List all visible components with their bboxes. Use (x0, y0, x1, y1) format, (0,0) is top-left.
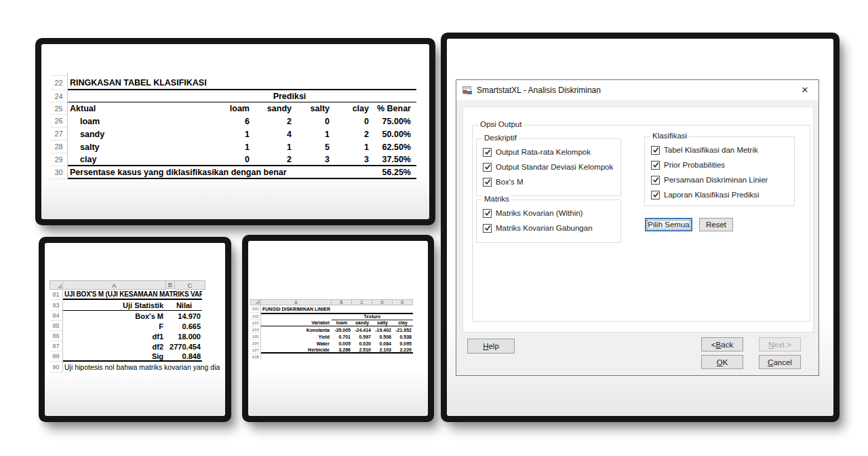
cell-label: Herbicide (261, 347, 332, 352)
row-number: 104 (250, 326, 261, 333)
dialog-content: Opsi Output Deskriptif Output Rata-rata … (462, 107, 814, 332)
cell-value: 0 (330, 117, 369, 126)
table-row: 107 Herbicide 3.286 2.510 2.103 2.220 (250, 347, 417, 354)
cell-value: 3 (330, 155, 369, 164)
table-title: FUNGSI DISKRIMINAN LINIER (261, 307, 413, 311)
checkbox-label: Prior Probabilities (664, 161, 725, 169)
select-all-corner (250, 299, 261, 305)
table-row: 102 Texture (250, 313, 417, 320)
cell-value: 2.510 (352, 347, 372, 352)
checkbox-label: Output Standar Deviasi Kelompok (496, 163, 613, 171)
cell-value: 5 (292, 142, 330, 152)
group-label: Matriks (482, 195, 511, 203)
checkbox-checked-icon[interactable] (651, 146, 660, 155)
table-row: 24 Prediksi (50, 90, 416, 102)
next-button[interactable]: Next > (759, 337, 801, 352)
row-number: 102 (250, 313, 261, 320)
cell-label: F (63, 322, 166, 330)
cell-label: salty (68, 142, 210, 152)
column-header: salty (372, 320, 393, 325)
select-all-button[interactable]: Pilih Semua (645, 218, 692, 231)
checkbox-boxs-m[interactable]: Box's M (483, 177, 620, 187)
cell-value: 6 (210, 117, 250, 126)
column-letter: B (166, 280, 175, 289)
checkbox-laporan-klasifikasi[interactable]: Laporan Klasifikasi Prediksi (651, 190, 794, 200)
cell-value: 0.848 (166, 352, 202, 360)
checkbox-tabel-klasifikasi[interactable]: Tabel Klasifikasi dan Metrik (651, 145, 794, 155)
cell-value: 0 (292, 117, 330, 126)
checkbox-checked-icon[interactable] (483, 224, 492, 233)
checkbox-output-standar-deviasi[interactable]: Output Standar Deviasi Kelompok (483, 162, 620, 172)
cell-value: -24.414 (352, 328, 372, 332)
ok-button[interactable]: OK (701, 355, 743, 369)
checkbox-checked-icon[interactable] (483, 209, 492, 218)
checkbox-matriks-kovarian-gabungan[interactable]: Matriks Kovarian Gabungan (483, 223, 620, 233)
column-header: sandy (352, 320, 372, 325)
group-label: Klasifikasi (650, 132, 689, 140)
group-label: Deskriptif (482, 134, 519, 142)
column-group-header: Prediksi (210, 92, 369, 101)
cell-value: 50.00% (369, 130, 411, 139)
table-row: 106 Water 0.005 0.020 0.084 0.095 (250, 340, 417, 347)
cell-value: 1 (210, 142, 250, 152)
row-number: 108 (250, 354, 261, 360)
cell-label: Water (261, 341, 332, 346)
cell-value: 0.597 (352, 335, 372, 339)
checkbox-checked-icon[interactable] (483, 148, 492, 157)
checkbox-persamaan-diskriminan[interactable]: Persamaan Diskriminan Linier (651, 175, 794, 185)
cell-value: 0 (210, 155, 250, 164)
column-header: clay (393, 320, 413, 325)
checkbox-checked-icon[interactable] (483, 163, 492, 172)
table-title: UJI BOX'S M (UJI KESAMAAN MATRIKS VARIAN… (63, 290, 202, 298)
checkbox-checked-icon[interactable] (651, 161, 660, 170)
checkbox-checked-icon[interactable] (651, 191, 660, 200)
table-total-row: 30 Persentase kasus yang diklasifikasika… (50, 166, 416, 179)
checkbox-prior-probabilities[interactable]: Prior Probabilities (651, 160, 794, 170)
table-row: 26 loam 6 2 0 0 75.00% (50, 115, 416, 128)
checkbox-label: Matriks Kovarian (Within) (496, 209, 583, 217)
reset-button[interactable]: Reset (699, 218, 733, 231)
table-row: 88 Sig 0.848 (50, 352, 224, 362)
cell-value: 2.103 (372, 347, 393, 352)
cell-value: 2 (250, 117, 292, 126)
cancel-button[interactable]: Cancel (759, 355, 801, 369)
close-icon[interactable]: ✕ (791, 80, 818, 100)
checkbox-label: Tabel Klasifikasi dan Metrik (664, 146, 758, 154)
dialog-titlebar: SmartstatXL - Analisis Diskriminan ✕ (456, 80, 818, 100)
cell-value: 0.665 (166, 322, 202, 330)
column-header-band: A B C (50, 280, 224, 290)
row-number: 105 (250, 333, 261, 340)
checkbox-output-rata-rata[interactable]: Output Rata-rata Kelompok (483, 147, 620, 157)
dialog-title: SmartstatXL - Analisis Diskriminan (477, 86, 601, 95)
row-number: 103 (250, 320, 261, 326)
cell-label: df2 (63, 343, 166, 351)
help-button[interactable]: Help (467, 339, 515, 354)
row-number: 27 (50, 128, 68, 140)
table-header-row: 25 Aktual loam sandy salty clay % Benar (50, 102, 416, 115)
column-header: Uji Statistik (63, 301, 166, 309)
column-letter: D (372, 299, 393, 305)
row-number: 81 (50, 290, 63, 300)
cell-value: 18.000 (166, 332, 202, 341)
cell-value: 4 (250, 130, 292, 139)
cell-value: 0.005 (332, 341, 352, 346)
cell-value: 0.084 (372, 341, 393, 346)
row-number: 24 (50, 90, 68, 102)
checkbox-matriks-kovarian-within[interactable]: Matriks Kovarian (Within) (483, 208, 620, 218)
cell-value: 3 (292, 155, 330, 164)
column-letter: C (352, 299, 372, 305)
table-row: 104 Konstanta -35.005 -24.414 -19.402 -2… (250, 326, 417, 333)
checkbox-label: Box's M (496, 178, 524, 186)
back-button[interactable]: < Back (701, 337, 743, 352)
cell-label: loam (68, 117, 210, 126)
checkbox-checked-icon[interactable] (651, 176, 660, 185)
row-number: 85 (50, 321, 63, 331)
checkbox-checked-icon[interactable] (483, 178, 492, 187)
sheet-boxm: A B C 81 UJI BOX'S M (UJI KESAMAAN MATRI… (45, 243, 225, 416)
cell-value: 2 (330, 130, 369, 139)
fungsi-table: A B C D E 100 FUNGSI DISKRIMINAN LINIER … (250, 299, 417, 360)
column-header: salty (292, 104, 330, 113)
table-row: 28 salty 1 1 5 1 62.50% (50, 140, 416, 153)
column-letter: B (332, 299, 352, 305)
group-label: Opsi Output (478, 120, 524, 128)
